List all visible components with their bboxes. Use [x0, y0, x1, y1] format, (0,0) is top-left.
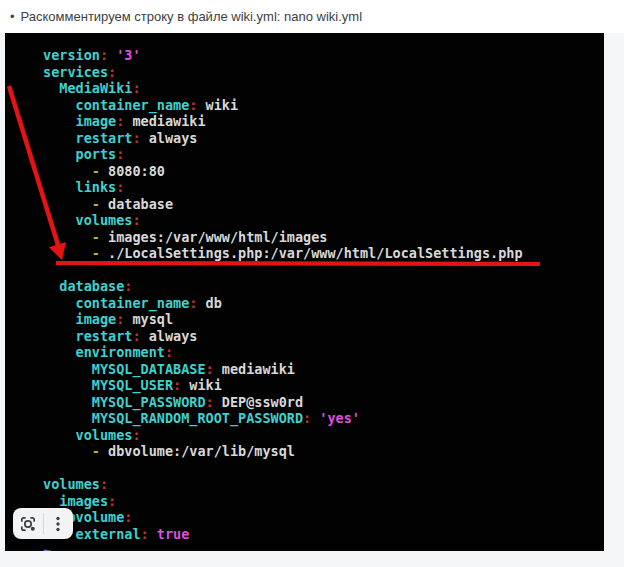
terminal-window: version: '3'services: MediaWiki: contain…: [5, 33, 604, 551]
yaml-line: version: '3': [43, 47, 604, 64]
yaml-line: volumes:: [43, 427, 604, 444]
yaml-line: links:: [43, 179, 604, 196]
yaml-line: MYSQL_DATABASE: mediawiki: [43, 361, 604, 378]
yaml-line: restart: always: [43, 328, 604, 345]
yaml-line: services:: [43, 64, 604, 81]
yaml-line: MediaWiki:: [43, 80, 604, 97]
bullet-marker: •: [10, 9, 15, 24]
yaml-line: dbvolume:: [43, 509, 604, 526]
bullet-text: Раскомментируем строку в файле wiki.yml:…: [21, 9, 363, 24]
yaml-line: images:: [43, 493, 604, 510]
yaml-line: ~: [43, 542, 604, 551]
bullet-line: •Раскомментируем строку в файле wiki.yml…: [0, 0, 624, 33]
yaml-line: - database: [43, 196, 604, 213]
yaml-line: MYSQL_PASSWORD: DEP@ssw0rd: [43, 394, 604, 411]
kebab-menu-icon: [49, 515, 67, 533]
yaml-line: - images:/var/www/html/images: [43, 229, 604, 246]
yaml-line: database:: [43, 278, 604, 295]
yaml-line: restart: always: [43, 130, 604, 147]
yaml-line: volumes:: [43, 476, 604, 493]
screenshot-area: version: '3'services: MediaWiki: contain…: [0, 33, 624, 567]
yaml-line: [43, 262, 604, 279]
lens-search-icon: [19, 515, 37, 533]
yaml-line: external: true: [43, 526, 604, 543]
more-options-button[interactable]: [44, 508, 74, 539]
yaml-code: version: '3'services: MediaWiki: contain…: [5, 33, 604, 551]
yaml-line: image: mysql: [43, 311, 604, 328]
lens-search-button[interactable]: [13, 508, 43, 539]
yaml-line: container_name: db: [43, 295, 604, 312]
image-hover-toolbar: [13, 508, 73, 539]
yaml-line: ports:: [43, 146, 604, 163]
yaml-line: MYSQL_USER: wiki: [43, 377, 604, 394]
yaml-line: - 8080:80: [43, 163, 604, 180]
yaml-line: MYSQL_RANDOM_ROOT_PASSWORD: 'yes': [43, 410, 604, 427]
yaml-line: - ./LocalSettings.php:/var/www/html/Loca…: [43, 245, 604, 262]
yaml-line: [43, 460, 604, 477]
yaml-line: image: mediawiki: [43, 113, 604, 130]
yaml-line: volumes:: [43, 212, 604, 229]
yaml-line: environment:: [43, 344, 604, 361]
yaml-line: - dbvolume:/var/lib/mysql: [43, 443, 604, 460]
lens-dot: [31, 526, 35, 530]
yaml-line: container_name: wiki: [43, 97, 604, 114]
